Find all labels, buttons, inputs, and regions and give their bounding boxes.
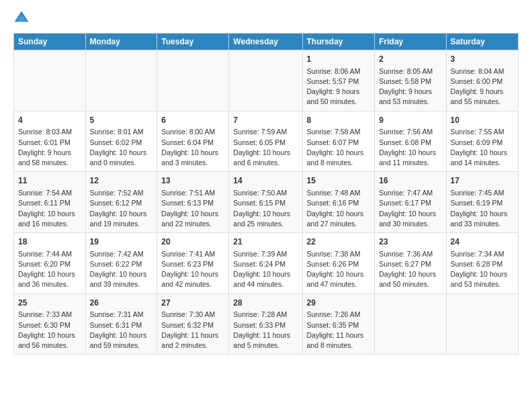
day-info: Sunrise: 7:34 AM Sunset: 6:28 PM Dayligh… (451, 249, 514, 290)
calendar-cell: 27Sunrise: 7:30 AM Sunset: 6:32 PM Dayli… (157, 293, 229, 355)
day-info: Sunrise: 7:58 AM Sunset: 6:07 PM Dayligh… (307, 127, 371, 168)
calendar-cell (375, 293, 446, 355)
calendar-cell: 8Sunrise: 7:58 AM Sunset: 6:07 PM Daylig… (302, 111, 375, 172)
calendar-cell: 10Sunrise: 7:55 AM Sunset: 6:09 PM Dayli… (446, 111, 518, 172)
calendar-week-3: 11Sunrise: 7:54 AM Sunset: 6:11 PM Dayli… (14, 172, 519, 233)
day-number: 23 (379, 236, 441, 248)
day-info: Sunrise: 7:28 AM Sunset: 6:33 PM Dayligh… (233, 310, 298, 351)
col-header-saturday: Saturday (446, 34, 518, 50)
col-header-sunday: Sunday (14, 34, 86, 50)
day-info: Sunrise: 7:48 AM Sunset: 6:16 PM Dayligh… (307, 188, 371, 229)
day-number: 11 (18, 175, 81, 187)
day-info: Sunrise: 7:33 AM Sunset: 6:30 PM Dayligh… (18, 310, 81, 351)
calendar-cell: 13Sunrise: 7:51 AM Sunset: 6:13 PM Dayli… (157, 172, 229, 233)
calendar-cell: 7Sunrise: 7:59 AM Sunset: 6:05 PM Daylig… (229, 111, 302, 172)
calendar-cell: 4Sunrise: 8:03 AM Sunset: 6:01 PM Daylig… (14, 111, 86, 172)
day-info: Sunrise: 8:05 AM Sunset: 5:58 PM Dayligh… (379, 66, 441, 107)
day-info: Sunrise: 7:51 AM Sunset: 6:13 PM Dayligh… (161, 188, 224, 229)
logo-icon (13, 10, 30, 26)
calendar-cell (85, 50, 157, 111)
day-info: Sunrise: 7:30 AM Sunset: 6:32 PM Dayligh… (161, 310, 224, 351)
day-info: Sunrise: 7:42 AM Sunset: 6:22 PM Dayligh… (90, 249, 153, 290)
calendar-cell (14, 50, 86, 111)
day-number: 21 (233, 236, 298, 248)
day-info: Sunrise: 7:47 AM Sunset: 6:17 PM Dayligh… (379, 188, 441, 229)
day-number: 1 (307, 54, 371, 65)
day-number: 10 (451, 115, 514, 126)
day-info: Sunrise: 8:06 AM Sunset: 5:57 PM Dayligh… (307, 66, 371, 107)
day-number: 27 (161, 298, 224, 309)
day-info: Sunrise: 7:38 AM Sunset: 6:26 PM Dayligh… (307, 249, 371, 290)
day-number: 28 (233, 298, 298, 309)
day-info: Sunrise: 8:03 AM Sunset: 6:01 PM Dayligh… (18, 127, 81, 168)
calendar-week-4: 18Sunrise: 7:44 AM Sunset: 6:20 PM Dayli… (14, 233, 519, 294)
calendar-cell: 24Sunrise: 7:34 AM Sunset: 6:28 PM Dayli… (446, 233, 518, 294)
day-number: 22 (307, 236, 371, 248)
day-info: Sunrise: 7:50 AM Sunset: 6:15 PM Dayligh… (233, 188, 298, 229)
day-info: Sunrise: 7:52 AM Sunset: 6:12 PM Dayligh… (90, 188, 153, 229)
day-info: Sunrise: 7:54 AM Sunset: 6:11 PM Dayligh… (18, 188, 81, 229)
calendar-cell: 15Sunrise: 7:48 AM Sunset: 6:16 PM Dayli… (302, 172, 375, 233)
calendar-cell (229, 50, 302, 111)
calendar-cell: 22Sunrise: 7:38 AM Sunset: 6:26 PM Dayli… (302, 233, 375, 294)
calendar-cell: 25Sunrise: 7:33 AM Sunset: 6:30 PM Dayli… (14, 293, 86, 355)
day-number: 12 (90, 175, 153, 187)
day-number: 2 (379, 54, 441, 65)
calendar-week-1: 1Sunrise: 8:06 AM Sunset: 5:57 PM Daylig… (14, 50, 519, 111)
calendar-cell: 1Sunrise: 8:06 AM Sunset: 5:57 PM Daylig… (302, 50, 375, 111)
calendar-cell: 3Sunrise: 8:04 AM Sunset: 6:00 PM Daylig… (446, 50, 518, 111)
day-info: Sunrise: 7:45 AM Sunset: 6:19 PM Dayligh… (451, 188, 514, 229)
calendar-cell: 14Sunrise: 7:50 AM Sunset: 6:15 PM Dayli… (229, 172, 302, 233)
logo (13, 10, 32, 26)
day-info: Sunrise: 7:56 AM Sunset: 6:08 PM Dayligh… (379, 127, 441, 168)
day-info: Sunrise: 7:36 AM Sunset: 6:27 PM Dayligh… (379, 249, 441, 290)
calendar-cell (157, 50, 229, 111)
calendar-cell (446, 293, 518, 355)
day-number: 8 (307, 115, 371, 126)
day-number: 20 (161, 236, 224, 248)
col-header-friday: Friday (375, 34, 446, 50)
calendar-cell: 12Sunrise: 7:52 AM Sunset: 6:12 PM Dayli… (85, 172, 157, 233)
day-number: 4 (18, 115, 81, 126)
calendar-cell: 20Sunrise: 7:41 AM Sunset: 6:23 PM Dayli… (157, 233, 229, 294)
day-number: 26 (90, 298, 153, 309)
calendar-cell: 5Sunrise: 8:01 AM Sunset: 6:02 PM Daylig… (85, 111, 157, 172)
day-info: Sunrise: 7:39 AM Sunset: 6:24 PM Dayligh… (233, 249, 298, 290)
col-header-monday: Monday (85, 34, 157, 50)
calendar-cell: 28Sunrise: 7:28 AM Sunset: 6:33 PM Dayli… (229, 293, 302, 355)
calendar-cell: 19Sunrise: 7:42 AM Sunset: 6:22 PM Dayli… (85, 233, 157, 294)
calendar-cell: 23Sunrise: 7:36 AM Sunset: 6:27 PM Dayli… (375, 233, 446, 294)
day-info: Sunrise: 7:26 AM Sunset: 6:35 PM Dayligh… (307, 310, 371, 351)
day-number: 5 (90, 115, 153, 126)
calendar-cell: 11Sunrise: 7:54 AM Sunset: 6:11 PM Dayli… (14, 172, 86, 233)
calendar-week-5: 25Sunrise: 7:33 AM Sunset: 6:30 PM Dayli… (14, 293, 519, 355)
day-number: 13 (161, 175, 224, 187)
calendar-cell: 9Sunrise: 7:56 AM Sunset: 6:08 PM Daylig… (375, 111, 446, 172)
calendar-cell: 17Sunrise: 7:45 AM Sunset: 6:19 PM Dayli… (446, 172, 518, 233)
day-info: Sunrise: 8:04 AM Sunset: 6:00 PM Dayligh… (451, 66, 514, 107)
day-number: 18 (18, 236, 81, 248)
day-number: 9 (379, 115, 441, 126)
page-header (13, 10, 519, 26)
day-info: Sunrise: 7:55 AM Sunset: 6:09 PM Dayligh… (451, 127, 514, 168)
calendar-cell: 18Sunrise: 7:44 AM Sunset: 6:20 PM Dayli… (14, 233, 86, 294)
day-number: 3 (451, 54, 514, 65)
day-number: 25 (18, 298, 81, 309)
col-header-thursday: Thursday (302, 34, 375, 50)
day-number: 17 (451, 175, 514, 187)
calendar-cell: 6Sunrise: 8:00 AM Sunset: 6:04 PM Daylig… (157, 111, 229, 172)
day-info: Sunrise: 7:31 AM Sunset: 6:31 PM Dayligh… (90, 310, 153, 351)
day-number: 24 (451, 236, 514, 248)
calendar-cell: 26Sunrise: 7:31 AM Sunset: 6:31 PM Dayli… (85, 293, 157, 355)
day-number: 6 (161, 115, 224, 126)
day-number: 19 (90, 236, 153, 248)
day-number: 16 (379, 175, 441, 187)
calendar-cell: 29Sunrise: 7:26 AM Sunset: 6:35 PM Dayli… (302, 293, 375, 355)
day-info: Sunrise: 7:41 AM Sunset: 6:23 PM Dayligh… (161, 249, 224, 290)
day-number: 7 (233, 115, 298, 126)
day-info: Sunrise: 8:00 AM Sunset: 6:04 PM Dayligh… (161, 127, 224, 168)
col-header-tuesday: Tuesday (157, 34, 229, 50)
day-info: Sunrise: 7:44 AM Sunset: 6:20 PM Dayligh… (18, 249, 81, 290)
calendar-table: SundayMondayTuesdayWednesdayThursdayFrid… (13, 33, 519, 355)
calendar-cell: 16Sunrise: 7:47 AM Sunset: 6:17 PM Dayli… (375, 172, 446, 233)
